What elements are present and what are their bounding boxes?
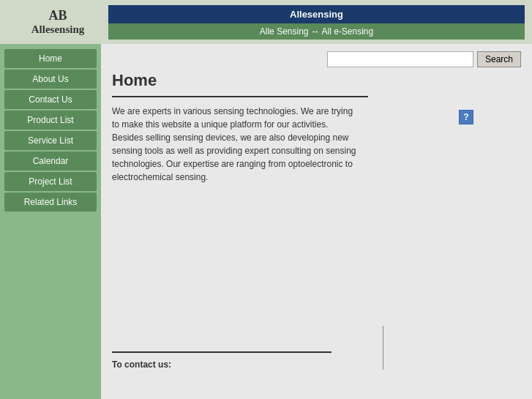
contact-label: To contact us: [112,359,171,370]
search-input[interactable] [327,51,473,67]
title-divider [112,96,368,97]
logo-icon: AB [48,8,67,23]
sidebar-item-contact-us[interactable]: Contact Us [4,90,97,109]
sidebar-item-calendar[interactable]: Calendar [4,152,97,171]
info-icon[interactable]: ? [459,110,473,124]
vertical-divider [383,326,383,370]
sidebar-item-service-list[interactable]: Service List [4,131,97,150]
top-nav-bar: Allesensing Alle Sensing ↔ All e-Sensing [108,5,525,40]
site-title-bar: Allesensing [108,5,525,23]
sidebar-item-related-links[interactable]: Related Links [4,193,97,212]
bottom-divider [112,351,331,353]
sidebar-item-about-us[interactable]: About Us [4,70,97,89]
header: AB Allesensing Allesensing Alle Sensing … [0,0,532,44]
main-content-text: We are experts in various sensing techno… [112,105,361,184]
main-layout: Home About Us Contact Us Product List Se… [0,44,532,399]
search-row: Search [112,51,521,67]
sidebar-item-product-list[interactable]: Product List [4,111,97,130]
bottom-section: To contact us: [112,351,521,370]
sidebar: Home About Us Contact Us Product List Se… [0,44,101,399]
logo-area: AB Allesensing [7,8,108,36]
subtitle-bar: Alle Sensing ↔ All e-Sensing [108,23,525,40]
sidebar-item-project-list[interactable]: Project List [4,172,97,191]
search-button[interactable]: Search [477,51,521,67]
page-title: Home [112,71,521,90]
logo-text: Allesensing [31,23,85,36]
content-area: Search Home We are experts in various se… [101,44,532,399]
sidebar-item-home[interactable]: Home [4,49,97,68]
